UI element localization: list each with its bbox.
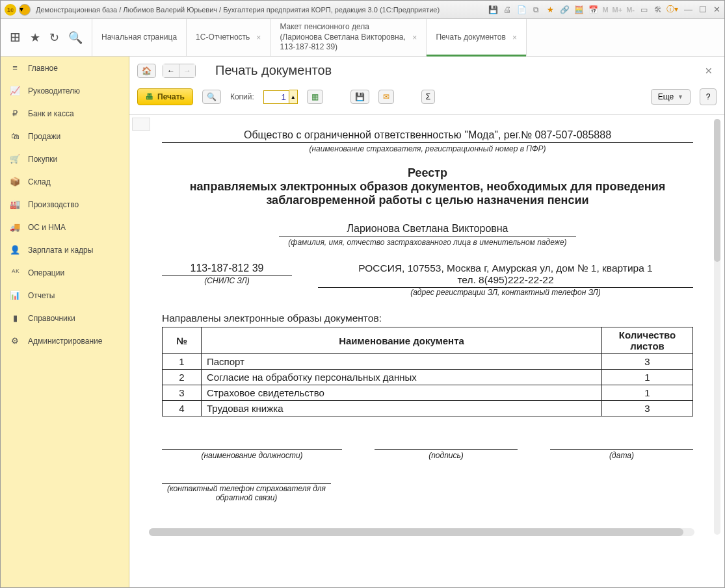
document-viewport[interactable]: Общество с ограниченной ответственностью… [129, 115, 724, 587]
dropdown-circle-icon[interactable]: ▾ [19, 4, 31, 16]
sidebar-item-icon: 🚚 [10, 222, 20, 232]
tab-label: Печать документов [436, 32, 506, 43]
table-lead: Направлены электронные образы документов… [162, 313, 693, 324]
save-file-button[interactable]: 💾 [350, 90, 369, 104]
sheet-corner[interactable] [132, 118, 150, 131]
sidebar-item-icon: 📦 [10, 177, 20, 186]
print-run-icon: 🖶 [146, 92, 153, 101]
window-maximize[interactable]: ☐ [699, 5, 707, 14]
sidebar-item-icon: ▮ [10, 313, 20, 323]
window-minimize[interactable]: — [684, 5, 692, 14]
sidebar-item[interactable]: 🛒Покупки [1, 147, 129, 170]
doc-icon[interactable]: 📄 [516, 5, 527, 15]
sidebar-item-label: Руководителю [28, 86, 80, 96]
calendar-icon[interactable]: 📅 [588, 5, 598, 15]
sign-position: (наименование должности) [162, 449, 342, 460]
sidebar-item-icon: 📊 [10, 290, 20, 300]
snils-block: 113-187-812 39 (СНИЛС ЗЛ) [162, 262, 292, 297]
sidebar-item[interactable]: ₽Банк и касса [1, 102, 129, 125]
window-title: Демонстрационная база / Любимов Валерий … [36, 6, 488, 14]
horizontal-scrollbar-thumb[interactable] [149, 528, 683, 536]
sidebar-item-icon: 🏭 [10, 199, 20, 209]
content-area: 🏠 ← → Печать документов ✕ 🖶Печать 🔍 Копи… [129, 57, 724, 587]
sidebar-item[interactable]: ⚙Администрирование [1, 329, 129, 352]
address-line2: тел. 8(495)222-22-22 [318, 274, 693, 288]
compare-icon[interactable]: ⧉ [531, 5, 541, 15]
sidebar-item[interactable]: 🏭Производство [1, 193, 129, 216]
col-count: Количество листов [602, 327, 693, 354]
top-nav: 𐌎 ★ ↻ 🔍 Начальная страница1С-Отчетность×… [1, 19, 724, 57]
sidebar-item-icon: ᴬᴷ [10, 268, 20, 277]
history-icon[interactable]: ↻ [49, 31, 59, 45]
copies-input[interactable] [263, 90, 289, 104]
home-button[interactable]: 🏠 [137, 64, 156, 78]
favorite-icon[interactable]: ★ [545, 5, 555, 15]
sidebar-item[interactable]: ▮Справочники [1, 307, 129, 329]
table-row: 3Страховое свидетельство1 [163, 385, 693, 401]
sidebar-item[interactable]: ᴬᴷОперации [1, 261, 129, 284]
star-icon[interactable]: ★ [30, 31, 40, 45]
copies-label: Копий: [230, 92, 254, 101]
table-row: 1Паспорт3 [163, 354, 693, 370]
tab-close-icon[interactable]: × [256, 33, 261, 42]
calc-icon[interactable]: 🧮 [573, 5, 584, 15]
tab[interactable]: 1С-Отчетность× [186, 19, 270, 56]
documents-table: № Наименование документа Количество лист… [162, 327, 693, 416]
panel-icon[interactable]: ▭ [639, 5, 649, 15]
tab-close-icon[interactable]: × [512, 33, 517, 42]
sum-button[interactable]: Σ [421, 90, 435, 104]
memory-mminus[interactable]: M- [626, 6, 635, 14]
search-icon[interactable]: 🔍 [68, 31, 83, 45]
sidebar-item-icon: 👤 [10, 245, 20, 255]
org-name: Общество с ограниченной ответственностью… [162, 129, 693, 143]
horizontal-scrollbar[interactable] [149, 528, 694, 536]
sidebar-item-label: Справочники [28, 314, 75, 323]
nav-back[interactable]: ← [163, 64, 179, 77]
tab[interactable]: Печать документов× [426, 19, 527, 56]
page-close[interactable]: ✕ [701, 66, 717, 76]
tab-label: 1С-Отчетность [196, 32, 250, 43]
doc-heading: Реестр направляемых электронных образов … [188, 166, 667, 207]
sidebar-item[interactable]: 👤Зарплата и кадры [1, 238, 129, 261]
app-logo-icon: 1c [5, 4, 16, 16]
sidebar-item[interactable]: 📊Отчеты [1, 284, 129, 307]
nav-forward: → [179, 64, 195, 77]
print-button[interactable]: 🖶Печать [137, 88, 193, 105]
info-icon[interactable]: ⓘ▾ [667, 5, 678, 15]
person-name: Ларионова Светлана Викторовна [279, 223, 576, 236]
sidebar-item[interactable]: ≡Главное [1, 57, 129, 79]
sidebar-item-icon: ⚙ [10, 336, 20, 346]
apps-icon[interactable]: 𐌎 [10, 31, 21, 45]
save-icon[interactable]: 💾 [488, 5, 498, 15]
link-icon[interactable]: 🔗 [559, 5, 570, 15]
memory-mplus[interactable]: M+ [613, 6, 623, 14]
tab[interactable]: Макет пенсионного дела (Ларионова Светла… [270, 19, 426, 56]
sign-date: (дата) [550, 449, 693, 460]
memory-m[interactable]: M [602, 6, 608, 14]
tab-close-icon[interactable]: × [412, 33, 417, 42]
print-icon[interactable]: 🖨 [502, 5, 512, 15]
more-button[interactable]: Еще▼ [651, 89, 691, 105]
sidebar-item-label: Продажи [28, 132, 60, 141]
sidebar-item[interactable]: 📦Склад [1, 170, 129, 193]
tab[interactable]: Начальная страница [92, 19, 186, 56]
copies-up[interactable]: ▲ [289, 90, 297, 103]
window-close[interactable]: ✕ [713, 5, 720, 14]
table-row: 2Согласие на обработку персональных данн… [163, 370, 693, 385]
sidebar-item-label: Банк и касса [28, 109, 74, 118]
col-name: Наименование документа [202, 327, 602, 354]
sidebar-item-label: Администрирование [28, 337, 102, 346]
help-button[interactable]: ? [700, 88, 717, 105]
table-settings-button[interactable]: ▦ [307, 90, 323, 104]
tools-icon[interactable]: 🛠 [653, 5, 663, 15]
email-button[interactable]: ✉ [378, 90, 394, 104]
page-title: Печать документов [215, 63, 332, 78]
sidebar-item-label: Производство [28, 200, 79, 209]
sidebar-item-label: Склад [28, 177, 51, 186]
sidebar-item[interactable]: 🚚ОС и НМА [1, 216, 129, 238]
sidebar-item[interactable]: 📈Руководителю [1, 79, 129, 102]
table-row: 4Трудовая книжка3 [163, 401, 693, 416]
sidebar-item[interactable]: 🛍Продажи [1, 125, 129, 147]
vertical-scrollbar-thumb[interactable] [714, 119, 720, 262]
preview-button[interactable]: 🔍 [202, 90, 221, 104]
